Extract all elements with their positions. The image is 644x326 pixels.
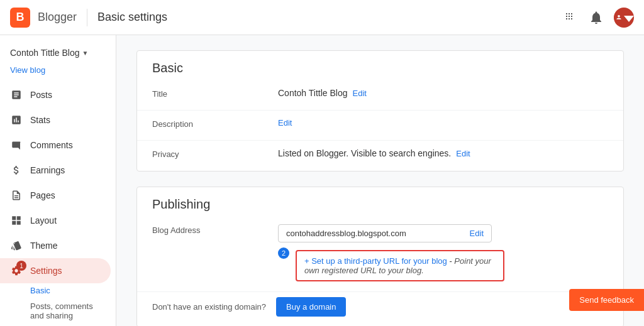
settings-icon: 1 — [10, 264, 23, 277]
comments-icon — [10, 139, 23, 151]
sidebar-item-label: Earnings — [30, 165, 65, 175]
blog-address-row: Blog Address contohaddressblog.blogspot.… — [137, 217, 623, 292]
pages-icon — [10, 189, 23, 202]
privacy-value-container: Listed on Blogger. Visible to search eng… — [278, 148, 608, 158]
sidebar-item-label: Layout — [30, 215, 57, 225]
blog-address-edit-link[interactable]: Edit — [470, 229, 484, 238]
app-layout: Contoh Tittle Blog ▼ View blog Posts Sta… — [0, 35, 644, 326]
description-value-container: Edit — [278, 118, 608, 128]
description-row: Description Edit — [137, 111, 623, 141]
sidebar-item-stats[interactable]: Stats — [0, 107, 111, 133]
basic-section: Basic Title Contoh Tittle Blog Edit Desc… — [136, 50, 624, 171]
publishing-section-title: Publishing — [137, 187, 623, 217]
privacy-edit-link[interactable]: Edit — [456, 149, 470, 158]
logo-letter: B — [16, 11, 25, 24]
sidebar-item-layout[interactable]: Layout — [0, 208, 111, 233]
sidebar-item-label: Posts — [30, 90, 52, 100]
sidebar: Contoh Tittle Blog ▼ View blog Posts Sta… — [0, 35, 116, 326]
no-domain-text: Don't have an existing domain? — [152, 302, 266, 312]
sidebar-item-pages[interactable]: Pages — [0, 183, 111, 208]
sidebar-item-label: Stats — [30, 115, 50, 125]
privacy-row: Privacy Listed on Blogger. Visible to se… — [137, 141, 623, 171]
privacy-label: Privacy — [152, 148, 278, 159]
page-title: Basic settings — [97, 11, 167, 24]
bell-icon[interactable] — [589, 10, 604, 25]
privacy-value: Listed on Blogger. Visible to search eng… — [278, 148, 451, 158]
stats-icon — [10, 114, 23, 126]
blog-selector[interactable]: Contoh Tittle Blog ▼ — [0, 40, 116, 65]
blogger-brand: Blogger — [38, 11, 77, 24]
sidebar-sub-basic[interactable]: Basic — [0, 283, 116, 298]
sidebar-item-posts[interactable]: Posts — [0, 82, 111, 107]
blog-address-text: contohaddressblog.blogspot.com — [286, 229, 406, 238]
posts-icon — [10, 89, 23, 101]
third-party-url-link[interactable]: + Set up a third-party URL for your blog — [304, 256, 447, 266]
sidebar-item-label: Comments — [30, 140, 73, 150]
sidebar-item-settings[interactable]: 1 Settings — [0, 258, 111, 283]
third-party-dash: - — [447, 256, 455, 266]
publishing-section: Publishing Blog Address contohaddressblo… — [136, 187, 624, 326]
view-blog-link[interactable]: View blog — [0, 65, 116, 82]
main-content: Basic Title Contoh Tittle Blog Edit Desc… — [116, 35, 644, 326]
no-domain-row: Don't have an existing domain? Buy a dom… — [137, 292, 623, 326]
sidebar-item-label: Pages — [30, 190, 55, 200]
third-party-badge: 2 — [278, 247, 289, 259]
sidebar-item-earnings[interactable]: Earnings — [0, 158, 111, 183]
settings-badge-number: 1 — [16, 261, 26, 271]
title-row: Title Contoh Tittle Blog Edit — [137, 80, 623, 111]
theme-icon — [10, 239, 23, 252]
nav-right — [564, 8, 634, 28]
description-edit-link[interactable]: Edit — [278, 118, 292, 128]
svg-point-0 — [614, 13, 624, 23]
sidebar-item-comments[interactable]: Comments — [0, 133, 111, 158]
sidebar-item-theme[interactable]: Theme — [0, 233, 111, 258]
basic-section-title: Basic — [137, 51, 623, 80]
blog-name: Contoh Tittle Blog — [10, 48, 80, 58]
sidebar-sub-posts-comments[interactable]: Posts, comments and sharing — [0, 298, 116, 324]
grid-icon[interactable] — [564, 10, 579, 25]
sidebar-item-label: Settings — [30, 266, 62, 276]
blogger-logo[interactable]: B — [10, 8, 30, 28]
title-edit-link[interactable]: Edit — [353, 89, 367, 98]
dropdown-arrow-icon: ▼ — [82, 50, 89, 57]
layout-icon — [10, 214, 23, 227]
third-party-url-box: + Set up a third-party URL for your blog… — [296, 250, 504, 281]
nav-divider — [87, 9, 87, 26]
top-nav: B Blogger Basic settings — [0, 0, 644, 35]
description-label: Description — [152, 118, 278, 129]
blog-title-value: Contoh Tittle Blog — [278, 88, 348, 98]
blog-address-field: contohaddressblog.blogspot.com Edit — [278, 224, 492, 242]
title-value-container: Contoh Tittle Blog Edit — [278, 88, 608, 98]
send-feedback-button[interactable]: Send feedback — [569, 289, 644, 311]
blog-address-value-container: contohaddressblog.blogspot.com Edit 2 + … — [278, 224, 608, 284]
title-label: Title — [152, 88, 278, 99]
blog-address-label: Blog Address — [152, 224, 278, 235]
sidebar-item-label: Theme — [30, 241, 58, 251]
earnings-icon — [10, 164, 23, 177]
user-avatar[interactable] — [614, 8, 634, 28]
buy-domain-button[interactable]: Buy a domain — [276, 297, 347, 317]
